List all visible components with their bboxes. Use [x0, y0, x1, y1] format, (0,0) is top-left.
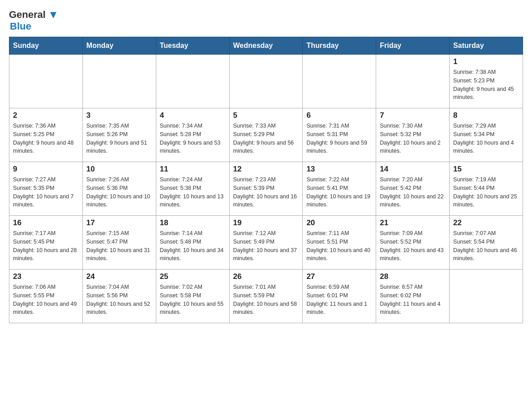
day-number: 26 [233, 272, 299, 281]
calendar-cell: 27Sunrise: 6:59 AMSunset: 6:01 PMDayligh… [303, 270, 376, 323]
day-info: Sunrise: 7:27 AMSunset: 5:35 PMDaylight:… [13, 176, 79, 209]
day-number: 16 [13, 218, 79, 227]
logo-blue: Blue [10, 21, 31, 32]
logo-text: General [9, 9, 57, 21]
calendar-cell [229, 55, 303, 108]
day-info: Sunrise: 7:14 AMSunset: 5:48 PMDaylight:… [160, 229, 226, 263]
calendar-cell: 5Sunrise: 7:33 AMSunset: 5:29 PMDaylight… [229, 108, 303, 162]
day-number: 22 [453, 218, 519, 227]
calendar-cell [9, 55, 83, 108]
day-info: Sunrise: 7:34 AMSunset: 5:28 PMDaylight:… [160, 122, 226, 155]
calendar-cell [156, 55, 229, 108]
calendar-cell: 23Sunrise: 7:06 AMSunset: 5:55 PMDayligh… [9, 270, 83, 323]
day-number: 20 [306, 218, 372, 227]
calendar-cell: 7Sunrise: 7:30 AMSunset: 5:32 PMDaylight… [376, 108, 450, 162]
day-info: Sunrise: 7:20 AMSunset: 5:42 PMDaylight:… [380, 176, 446, 209]
day-info: Sunrise: 7:29 AMSunset: 5:34 PMDaylight:… [453, 122, 519, 155]
calendar-cell: 13Sunrise: 7:22 AMSunset: 5:41 PMDayligh… [303, 162, 376, 216]
day-info: Sunrise: 6:57 AMSunset: 6:02 PMDaylight:… [380, 283, 446, 317]
page-header: General Blue [9, 9, 523, 32]
week-row-4: 16Sunrise: 7:17 AMSunset: 5:45 PMDayligh… [9, 216, 523, 270]
column-header-tuesday: Tuesday [156, 37, 229, 55]
calendar-cell [82, 55, 156, 108]
calendar-cell: 14Sunrise: 7:20 AMSunset: 5:42 PMDayligh… [376, 162, 450, 216]
calendar-cell: 18Sunrise: 7:14 AMSunset: 5:48 PMDayligh… [156, 216, 229, 270]
day-info: Sunrise: 7:33 AMSunset: 5:29 PMDaylight:… [233, 122, 299, 155]
day-info: Sunrise: 7:22 AMSunset: 5:41 PMDaylight:… [306, 176, 372, 209]
day-number: 23 [13, 272, 79, 281]
day-info: Sunrise: 7:30 AMSunset: 5:32 PMDaylight:… [380, 122, 446, 155]
calendar-cell: 9Sunrise: 7:27 AMSunset: 5:35 PMDaylight… [9, 162, 83, 216]
day-info: Sunrise: 7:04 AMSunset: 5:56 PMDaylight:… [86, 283, 152, 317]
day-number: 14 [380, 165, 446, 174]
day-number: 17 [86, 218, 152, 227]
calendar-cell: 24Sunrise: 7:04 AMSunset: 5:56 PMDayligh… [82, 270, 156, 323]
week-row-2: 2Sunrise: 7:36 AMSunset: 5:25 PMDaylight… [9, 108, 523, 162]
calendar-cell: 11Sunrise: 7:24 AMSunset: 5:38 PMDayligh… [156, 162, 229, 216]
day-info: Sunrise: 7:26 AMSunset: 5:36 PMDaylight:… [86, 176, 152, 209]
day-info: Sunrise: 7:36 AMSunset: 5:25 PMDaylight:… [13, 122, 79, 155]
day-number: 6 [306, 111, 372, 120]
day-number: 11 [160, 165, 226, 174]
calendar-cell: 1Sunrise: 7:38 AMSunset: 5:23 PMDaylight… [450, 55, 523, 108]
day-info: Sunrise: 7:06 AMSunset: 5:55 PMDaylight:… [13, 283, 79, 317]
day-number: 10 [86, 165, 152, 174]
day-info: Sunrise: 7:17 AMSunset: 5:45 PMDaylight:… [13, 229, 79, 263]
column-header-wednesday: Wednesday [229, 37, 303, 55]
day-info: Sunrise: 7:09 AMSunset: 5:52 PMDaylight:… [380, 229, 446, 263]
calendar-cell: 4Sunrise: 7:34 AMSunset: 5:28 PMDaylight… [156, 108, 229, 162]
day-number: 8 [453, 111, 519, 120]
day-number: 1 [453, 57, 519, 66]
calendar-cell: 15Sunrise: 7:19 AMSunset: 5:44 PMDayligh… [450, 162, 523, 216]
day-number: 12 [233, 165, 299, 174]
day-info: Sunrise: 7:24 AMSunset: 5:38 PMDaylight:… [160, 176, 226, 209]
calendar-cell [376, 55, 450, 108]
calendar-cell: 19Sunrise: 7:12 AMSunset: 5:49 PMDayligh… [229, 216, 303, 270]
day-info: Sunrise: 7:23 AMSunset: 5:39 PMDaylight:… [233, 176, 299, 209]
day-number: 5 [233, 111, 299, 120]
week-row-3: 9Sunrise: 7:27 AMSunset: 5:35 PMDaylight… [9, 162, 523, 216]
day-number: 19 [233, 218, 299, 227]
day-info: Sunrise: 6:59 AMSunset: 6:01 PMDaylight:… [306, 283, 372, 317]
day-number: 15 [453, 165, 519, 174]
calendar-cell: 25Sunrise: 7:02 AMSunset: 5:58 PMDayligh… [156, 270, 229, 323]
day-number: 27 [306, 272, 372, 281]
day-number: 2 [13, 111, 79, 120]
day-number: 13 [306, 165, 372, 174]
day-info: Sunrise: 7:07 AMSunset: 5:54 PMDaylight:… [453, 229, 519, 263]
day-number: 24 [86, 272, 152, 281]
calendar-cell: 2Sunrise: 7:36 AMSunset: 5:25 PMDaylight… [9, 108, 83, 162]
calendar-table: SundayMondayTuesdayWednesdayThursdayFrid… [9, 37, 523, 323]
column-header-monday: Monday [82, 37, 156, 55]
week-row-1: 1Sunrise: 7:38 AMSunset: 5:23 PMDaylight… [9, 55, 523, 108]
calendar-cell: 3Sunrise: 7:35 AMSunset: 5:26 PMDaylight… [82, 108, 156, 162]
calendar-cell: 28Sunrise: 6:57 AMSunset: 6:02 PMDayligh… [376, 270, 450, 323]
column-header-thursday: Thursday [303, 37, 376, 55]
day-number: 3 [86, 111, 152, 120]
week-row-5: 23Sunrise: 7:06 AMSunset: 5:55 PMDayligh… [9, 270, 523, 323]
calendar-cell: 6Sunrise: 7:31 AMSunset: 5:31 PMDaylight… [303, 108, 376, 162]
column-header-saturday: Saturday [450, 37, 523, 55]
logo: General Blue [9, 9, 57, 32]
column-header-sunday: Sunday [9, 37, 83, 55]
column-header-friday: Friday [376, 37, 450, 55]
day-info: Sunrise: 7:35 AMSunset: 5:26 PMDaylight:… [86, 122, 152, 155]
calendar-cell: 16Sunrise: 7:17 AMSunset: 5:45 PMDayligh… [9, 216, 83, 270]
calendar-cell: 8Sunrise: 7:29 AMSunset: 5:34 PMDaylight… [450, 108, 523, 162]
day-info: Sunrise: 7:15 AMSunset: 5:47 PMDaylight:… [86, 229, 152, 263]
calendar-cell: 17Sunrise: 7:15 AMSunset: 5:47 PMDayligh… [82, 216, 156, 270]
calendar-cell [303, 55, 376, 108]
calendar-cell: 10Sunrise: 7:26 AMSunset: 5:36 PMDayligh… [82, 162, 156, 216]
day-info: Sunrise: 7:12 AMSunset: 5:49 PMDaylight:… [233, 229, 299, 263]
day-number: 21 [380, 218, 446, 227]
day-info: Sunrise: 7:38 AMSunset: 5:23 PMDaylight:… [453, 68, 519, 102]
calendar-cell: 20Sunrise: 7:11 AMSunset: 5:51 PMDayligh… [303, 216, 376, 270]
day-number: 4 [160, 111, 226, 120]
day-number: 9 [13, 165, 79, 174]
calendar-cell: 12Sunrise: 7:23 AMSunset: 5:39 PMDayligh… [229, 162, 303, 216]
calendar-cell [450, 270, 523, 323]
day-number: 25 [160, 272, 226, 281]
day-info: Sunrise: 7:02 AMSunset: 5:58 PMDaylight:… [160, 283, 226, 317]
day-number: 18 [160, 218, 226, 227]
day-info: Sunrise: 7:11 AMSunset: 5:51 PMDaylight:… [306, 229, 372, 263]
